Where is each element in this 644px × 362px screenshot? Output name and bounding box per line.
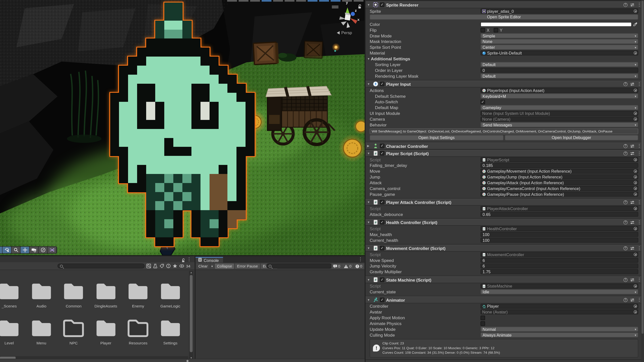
component-enabled-checkbox[interactable]: ✓	[380, 200, 384, 204]
presets-icon[interactable]	[630, 3, 634, 7]
component-header-player-input[interactable]: ▼✓Player Input?⋮	[366, 80, 644, 87]
project-search-input[interactable]	[58, 263, 145, 268]
folder-player[interactable]: Player	[90, 319, 122, 355]
animate-physics-checkbox[interactable]	[480, 321, 485, 326]
foldout-expanded-icon[interactable]: ▼	[367, 3, 371, 6]
component-header-character-controller[interactable]: ▶✓Character Controller?⋮	[366, 143, 644, 150]
component-menu-icon[interactable]: ⋮	[637, 278, 641, 282]
behavior-dropdown[interactable]: Send Messages▾	[480, 122, 638, 127]
scene-orientation-gizmo[interactable]: y z x Persp	[329, 1, 365, 40]
sorting-layer-dropdown[interactable]: Default▾	[480, 62, 638, 67]
object-picker-icon[interactable]	[634, 284, 637, 288]
foldout-expanded-icon[interactable]: ▼	[367, 247, 371, 249]
foldout-expanded-icon[interactable]: ▼	[367, 221, 371, 223]
move-object-field[interactable]: Gameplay/Movement (Input Action Referenc…	[480, 169, 638, 174]
window-tab-segment[interactable]	[308, 0, 317, 2]
error-count-toggle[interactable]: 0	[353, 263, 364, 269]
component-enabled-checkbox[interactable]: ✓	[380, 246, 384, 250]
component-header-health-controller-script[interactable]: ▼#✓Health Controller (Script)?⋮	[366, 219, 644, 226]
presets-icon[interactable]	[630, 298, 634, 302]
help-icon[interactable]: ?	[623, 278, 627, 282]
foldout-expanded-icon[interactable]: ▼	[367, 57, 371, 60]
draw-mode-dropdown[interactable]: Simple▾	[480, 33, 638, 38]
attack-debounce-input[interactable]: 0.65	[480, 212, 638, 217]
flip-y-checkbox[interactable]	[494, 28, 498, 32]
current-state-dropdown[interactable]: Idle▾	[480, 289, 638, 294]
object-picker-icon[interactable]	[634, 193, 637, 196]
object-picker-icon[interactable]	[634, 304, 637, 308]
sprite-object-field[interactable]: player_atlas_0	[480, 9, 638, 14]
actions-object-field[interactable]: PlayerInput (Input Action Asset)	[480, 88, 638, 93]
axis-label-x[interactable]: x	[357, 17, 359, 22]
folder-common[interactable]: Common	[58, 282, 90, 319]
ui-input-module-object-field[interactable]: None (Input System UI Input Module)	[480, 111, 638, 116]
window-tab-segment[interactable]	[227, 0, 237, 2]
auto-switch-checkbox[interactable]: ✓	[480, 100, 485, 104]
zoom-tool-button[interactable]	[12, 247, 20, 253]
culling-mode-dropdown[interactable]: Always Animate▾	[480, 332, 638, 337]
info-count-toggle[interactable]: 0	[332, 263, 342, 269]
filter-type-icon[interactable]	[153, 263, 158, 268]
move-speed-input[interactable]: 6	[480, 258, 638, 263]
rendering-layer-mask-dropdown[interactable]: Default▾	[480, 73, 638, 78]
falling-timer-delay-input[interactable]: 0.185	[480, 163, 638, 168]
window-tab-segment[interactable]	[273, 0, 283, 2]
open-input-settings-button[interactable]: Open Input Settings	[370, 135, 503, 140]
jump-object-field[interactable]: Gameplay/Jump (Input Action Reference)	[480, 174, 638, 179]
controller-object-field[interactable]: Player	[480, 304, 638, 309]
eyedropper-icon[interactable]	[632, 22, 638, 27]
presets-icon[interactable]	[630, 200, 634, 204]
foldout-expanded-icon[interactable]: ▼	[367, 152, 371, 155]
component-menu-icon[interactable]: ⋮	[637, 151, 641, 156]
folder-audio[interactable]: Audio	[25, 282, 57, 319]
component-enabled-checkbox[interactable]: ✓	[380, 3, 384, 7]
current-health-input[interactable]: 100	[480, 238, 638, 243]
presets-icon[interactable]	[630, 278, 634, 282]
shuffle-tool-button[interactable]	[48, 247, 56, 253]
clear-button[interactable]: Clear	[196, 263, 210, 269]
default-scheme-dropdown[interactable]: Keyboard+M▾	[480, 94, 638, 99]
partial-tool-button[interactable]	[0, 247, 2, 253]
clear-dropdown-button[interactable]: ▾	[210, 263, 214, 269]
pause-game-object-field[interactable]: Gameplay/Pause (Input Action Reference)	[480, 192, 638, 197]
object-picker-icon[interactable]	[634, 51, 637, 55]
component-header-sprite-renderer[interactable]: ▼✓Sprite Renderer?⋮	[366, 1, 644, 8]
folder-dingleassets[interactable]: DingleAssets	[90, 282, 122, 319]
color-swatch[interactable]	[480, 22, 632, 26]
help-icon[interactable]: ?	[623, 298, 627, 302]
component-enabled-checkbox[interactable]: ✓	[380, 278, 384, 282]
component-header-movement-controller-script[interactable]: ▼#✓Movement Controller (Script)?⋮	[366, 245, 644, 252]
component-menu-icon[interactable]: ⋮	[637, 246, 641, 250]
script-object-field[interactable]: #HealthController	[480, 226, 638, 231]
favorites-star-icon[interactable]	[173, 263, 178, 268]
script-object-field[interactable]: #PlayerScript	[480, 157, 638, 162]
script-object-field[interactable]: #StateMachine	[480, 284, 638, 289]
script-object-field[interactable]: #PlayerAttackController	[480, 206, 638, 211]
help-icon[interactable]: ?	[623, 246, 627, 250]
mask-interaction-dropdown[interactable]: None▾	[480, 39, 638, 44]
component-menu-icon[interactable]: ⋮	[637, 3, 641, 7]
scroll-up-icon[interactable]: ▲	[189, 271, 193, 274]
help-icon[interactable]: ?	[623, 3, 627, 7]
project-menu-button[interactable]: ⋮	[187, 257, 191, 261]
folder-resources[interactable]: Resources	[122, 319, 154, 355]
open-sprite-editor-button[interactable]: Open Sprite Editor	[370, 14, 638, 20]
object-picker-icon[interactable]	[634, 227, 637, 230]
foldout-expanded-icon[interactable]: ▼	[367, 82, 371, 85]
attack-object-field[interactable]: Gameplay/Attack (Input Action Reference)	[480, 180, 638, 185]
sprite-sort-point-dropdown[interactable]: Center▾	[480, 45, 638, 50]
presets-icon[interactable]	[630, 220, 634, 224]
folder-level[interactable]: Level	[0, 319, 25, 355]
component-menu-icon[interactable]: ⋮	[637, 298, 641, 302]
perspective-toggle[interactable]: Persp	[337, 30, 352, 35]
search-window-icon[interactable]	[146, 263, 151, 268]
object-picker-icon[interactable]	[634, 10, 637, 13]
window-tab-segment[interactable]	[285, 0, 294, 2]
help-icon[interactable]: ?	[623, 220, 627, 224]
compass-tool-button[interactable]	[38, 247, 47, 253]
component-header-player-script-script[interactable]: ▼#✓Player Script (Script)?⋮	[366, 150, 644, 157]
foldout-expanded-icon[interactable]: ▼	[367, 298, 371, 301]
object-picker-icon[interactable]	[634, 169, 637, 173]
camera-object-field[interactable]: None (Camera)	[480, 116, 638, 121]
scene-view[interactable]: y z x Persp	[0, 0, 365, 255]
